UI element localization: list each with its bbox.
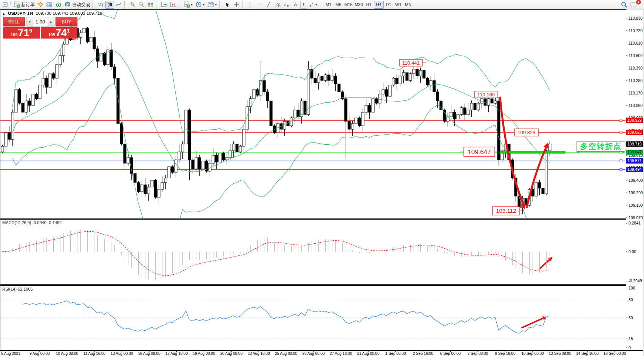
market-watch-icon bbox=[37, 2, 44, 8]
sell-button[interactable]: SELL bbox=[3, 17, 25, 26]
zoom-in-button[interactable] bbox=[128, 1, 137, 9]
volume-decrease-button[interactable]: ▼ bbox=[26, 17, 33, 26]
market-watch-button[interactable] bbox=[36, 1, 45, 9]
sell-price[interactable]: 109 71 9 bbox=[3, 27, 40, 39]
data-window-button[interactable] bbox=[45, 1, 54, 9]
fibonacci-icon: F bbox=[283, 2, 289, 8]
rsi-scale-label: 50 bbox=[629, 316, 633, 320]
price-callout-text: 109.647 bbox=[468, 149, 491, 156]
price-tick-label: 110.720 bbox=[629, 28, 642, 33]
time-axis-label: 23 Aug 16:00 bbox=[248, 351, 270, 356]
autotrading-label: 自动交易 bbox=[72, 2, 90, 8]
time-axis-label: 26 Aug 08:00 bbox=[303, 351, 325, 356]
line-chart-button[interactable] bbox=[114, 1, 123, 9]
channel-button[interactable]: E bbox=[273, 1, 282, 9]
new-chart-icon[interactable] bbox=[0, 1, 9, 9]
mt4-window: 新订单 自动交易 ▼ ▼ ▼ │ ─ ╱ E F A T ▼ bbox=[0, 0, 644, 356]
price-tick-label: 109.070 bbox=[629, 215, 643, 220]
arrows-tool-button[interactable]: ▼ bbox=[307, 1, 319, 9]
chart-shift-icon bbox=[170, 2, 176, 8]
line-chart-icon bbox=[116, 2, 122, 8]
rsi-scale-label: 0 bbox=[629, 345, 631, 350]
price-badge-text: 109.571 bbox=[627, 158, 642, 163]
timeframe-m5[interactable]: M5 bbox=[334, 1, 343, 9]
collapse-icon[interactable]: ▲ bbox=[2, 12, 5, 15]
chart-shift-button[interactable] bbox=[169, 1, 178, 9]
search-button[interactable] bbox=[620, 1, 629, 9]
autotrading-button[interactable]: 自动交易 bbox=[63, 1, 91, 9]
separator bbox=[219, 1, 222, 9]
one-click-trading-panel: SELL ▼ ▲ BUY 109 71 9 109 74 1 bbox=[3, 17, 77, 39]
candle-chart-icon bbox=[107, 2, 113, 8]
fibonacci-button[interactable]: F bbox=[282, 1, 291, 9]
timeframe-m1[interactable]: M1 bbox=[324, 1, 334, 9]
separator bbox=[179, 1, 181, 9]
time-axis-label: 17 Aug 16:00 bbox=[165, 351, 188, 356]
separator bbox=[242, 1, 245, 9]
time-axis-label: 25 Aug 00:00 bbox=[275, 351, 297, 356]
separator bbox=[124, 1, 127, 9]
data-window-icon bbox=[46, 2, 53, 8]
time-axis-label: 10 Sep 00:00 bbox=[521, 351, 544, 356]
auto-scroll-button[interactable] bbox=[160, 1, 168, 9]
hline-handle[interactable] bbox=[620, 160, 622, 162]
autotrading-icon bbox=[65, 2, 71, 8]
periods-button[interactable]: ▼ bbox=[195, 1, 206, 9]
crosshair-button[interactable] bbox=[232, 1, 241, 9]
chart-canvas[interactable]: 多空转折点110.441110.160109.823109.647109.112… bbox=[0, 0, 644, 356]
timeframe-group: M1M5M15M30H1H4D1W1MN bbox=[324, 1, 413, 9]
separator bbox=[93, 1, 95, 9]
time-axis-label: 27 Aug 16:00 bbox=[330, 351, 352, 356]
new-order-button[interactable]: 新订单 bbox=[12, 1, 36, 9]
price-badge-text: 109.647 bbox=[627, 150, 642, 154]
label-tool-button[interactable]: T bbox=[300, 1, 307, 9]
indicators-button[interactable]: ▼ bbox=[182, 1, 194, 9]
dropdown-icon: ▼ bbox=[202, 3, 205, 6]
macd-values: -0.0940 -0.1492 bbox=[32, 220, 62, 225]
timeframe-h4[interactable]: H4 bbox=[374, 1, 384, 9]
vertical-line-button[interactable]: │ bbox=[246, 1, 255, 9]
timeframe-d1[interactable]: D1 bbox=[384, 1, 394, 9]
arrows-tool-icon bbox=[309, 2, 315, 8]
candle-chart-button[interactable] bbox=[105, 1, 114, 9]
volume-input[interactable] bbox=[33, 17, 48, 26]
hline-handle[interactable] bbox=[620, 119, 622, 121]
time-axis-label: 6 Sep 00:00 bbox=[440, 351, 461, 356]
rsi-scale-label: 100 bbox=[629, 286, 635, 290]
sell-price-big: 71 bbox=[18, 27, 29, 39]
cursor-button[interactable] bbox=[223, 1, 232, 9]
buy-price-sup: 1 bbox=[67, 27, 70, 34]
hline-handle[interactable] bbox=[620, 131, 622, 133]
timeframe-m15[interactable]: M15 bbox=[343, 1, 354, 9]
rsi-label: RSI(14) 52.1905 bbox=[2, 287, 33, 291]
trendline-button[interactable]: ╱ bbox=[264, 1, 273, 9]
tile-windows-button[interactable] bbox=[146, 1, 155, 9]
buy-button[interactable]: BUY bbox=[56, 17, 77, 26]
rsi-scale-label: 15 bbox=[629, 336, 633, 341]
bar-chart-button[interactable] bbox=[96, 1, 105, 9]
signals-button[interactable] bbox=[54, 1, 63, 9]
price-scale[interactable]: 110.830110.720110.610110.500110.390110.2… bbox=[626, 16, 644, 220]
templates-button[interactable]: ▼ bbox=[207, 1, 218, 9]
price-callout-text: 110.160 bbox=[477, 92, 495, 98]
pivot-note-text: 多空转折点 bbox=[580, 142, 622, 150]
hline-handle[interactable] bbox=[620, 169, 622, 171]
zoom-in-icon bbox=[129, 2, 136, 8]
timeframe-h1[interactable]: H1 bbox=[364, 1, 374, 9]
notifications-button[interactable]: 1 bbox=[629, 1, 639, 9]
zoom-out-button[interactable] bbox=[137, 1, 146, 9]
price-tick-label: 110.060 bbox=[629, 103, 642, 108]
macd-scale-label: -0.2949 bbox=[629, 279, 642, 283]
timeframe-w1[interactable]: W1 bbox=[394, 1, 403, 9]
volume-increase-button[interactable]: ▲ bbox=[48, 17, 54, 26]
horizontal-line-button[interactable]: ─ bbox=[255, 1, 264, 9]
timeframe-mn[interactable]: MN bbox=[403, 1, 413, 9]
price-tick-label: 110.280 bbox=[629, 78, 642, 83]
text-tool-button[interactable]: A bbox=[291, 1, 300, 9]
price-badge-text: 109.823 bbox=[627, 130, 642, 135]
separator bbox=[320, 1, 323, 9]
timeframe-m30[interactable]: M30 bbox=[354, 1, 364, 9]
symbol-header: ▲ USDJPY-,H4 109.700 109.743 109.683 109… bbox=[2, 11, 102, 15]
buy-price[interactable]: 109 74 1 bbox=[41, 27, 78, 39]
tile-windows-icon bbox=[147, 2, 154, 8]
